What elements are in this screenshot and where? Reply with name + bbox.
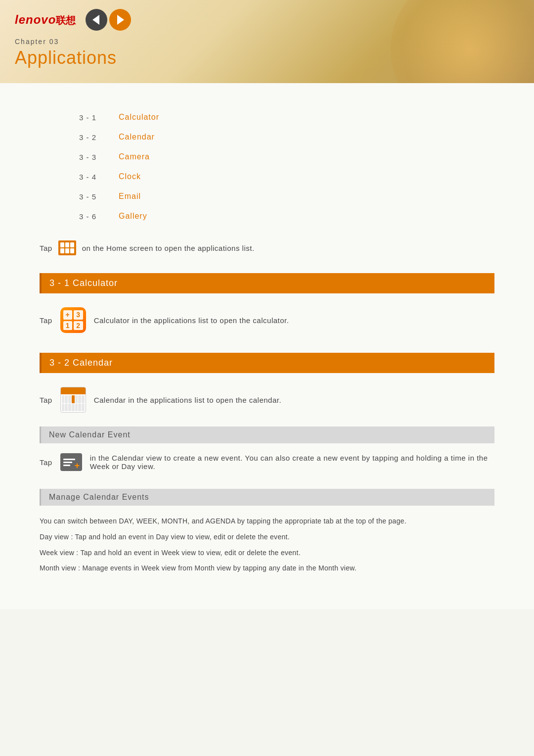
page-header: lenovo联想 Chapter 03 Applications bbox=[0, 0, 534, 83]
calculator-section: 3 - 1 Calculator Tap + 3 1 2 Calculator … bbox=[40, 273, 494, 333]
grid-cell bbox=[65, 242, 69, 247]
calendar-section-header: 3 - 2 Calendar bbox=[40, 353, 494, 373]
apps-grid-icon bbox=[58, 240, 76, 255]
toc-number: 3 - 2 bbox=[79, 133, 119, 142]
toc-number: 3 - 5 bbox=[79, 192, 119, 201]
main-content: 3 - 1 Calculator 3 - 2 Calendar 3 - 3 Ca… bbox=[0, 83, 534, 609]
toc-link-camera[interactable]: Camera bbox=[119, 152, 150, 161]
grid-cell bbox=[70, 248, 74, 253]
list-item: 3 - 2 Calendar bbox=[79, 133, 494, 142]
grid-cell bbox=[65, 248, 69, 253]
calendar-description: Calendar in the applications list to ope… bbox=[94, 396, 281, 404]
list-item: 3 - 6 Gallery bbox=[79, 212, 494, 221]
tap-label: Tap bbox=[40, 316, 52, 325]
menu-lines-icon bbox=[63, 459, 75, 466]
grid-cell bbox=[70, 242, 74, 247]
calculator-tap-row: Tap + 3 1 2 Calculator in the applicatio… bbox=[40, 307, 494, 333]
calendar-tap-row: Tap bbox=[40, 387, 494, 413]
new-calendar-event-header: New Calendar Event bbox=[40, 426, 494, 443]
calendar-section: 3 - 2 Calendar Tap bbox=[40, 353, 494, 574]
toc-number: 3 - 6 bbox=[79, 212, 119, 221]
nav-next-button[interactable] bbox=[109, 9, 131, 31]
nav-buttons bbox=[86, 9, 131, 31]
tap-suffix: on the Home screen to open the applicati… bbox=[82, 244, 255, 252]
calculator-app-icon: + 3 1 2 bbox=[60, 307, 86, 333]
grid-cell bbox=[60, 242, 64, 247]
new-event-description: in the Calendar view to create a new eve… bbox=[90, 454, 494, 471]
next-arrow-icon bbox=[117, 15, 124, 25]
tap-label: Tap bbox=[40, 458, 52, 467]
calendar-icon-body bbox=[61, 394, 86, 412]
manage-events-block: Manage Calendar Events You can switch be… bbox=[40, 489, 494, 574]
tap-prefix: Tap bbox=[40, 244, 52, 252]
calculator-section-content: Tap + 3 1 2 Calculator in the applicatio… bbox=[40, 307, 494, 333]
toc-link-gallery[interactable]: Gallery bbox=[119, 212, 147, 221]
calendar-icon-header bbox=[61, 387, 86, 394]
manage-calendar-events-header: Manage Calendar Events bbox=[40, 489, 494, 506]
add-event-icon: + bbox=[60, 453, 82, 471]
tap-home-instruction: Tap on the Home screen to open the appli… bbox=[40, 240, 494, 255]
grid-cell bbox=[60, 248, 64, 253]
lenovo-logo: lenovo联想 bbox=[15, 13, 76, 27]
toc-link-email[interactable]: Email bbox=[119, 192, 141, 201]
calendar-section-content: Tap bbox=[40, 387, 494, 574]
manage-events-para-1: You can switch between DAY, WEEK, MONTH,… bbox=[40, 516, 494, 527]
list-item: 3 - 5 Email bbox=[79, 192, 494, 201]
manage-events-para-3: Week view : Tap and hold an event in Wee… bbox=[40, 547, 494, 559]
new-event-tap-row: Tap + in the Calendar view to create a n… bbox=[40, 453, 494, 471]
list-item: 3 - 3 Camera bbox=[79, 152, 494, 161]
manage-events-para-2: Day view : Tap and hold an event in Day … bbox=[40, 531, 494, 543]
toc-number: 3 - 4 bbox=[79, 173, 119, 181]
plus-icon: + bbox=[75, 461, 80, 470]
manage-events-para-4: Month view : Manage events in Week view … bbox=[40, 563, 494, 574]
toc-number: 3 - 3 bbox=[79, 153, 119, 161]
toc-link-calendar[interactable]: Calendar bbox=[119, 133, 155, 142]
toc-number: 3 - 1 bbox=[79, 113, 119, 122]
calculator-description: Calculator in the applications list to o… bbox=[94, 316, 289, 325]
list-item: 3 - 1 Calculator bbox=[79, 113, 494, 122]
prev-arrow-icon bbox=[92, 15, 99, 25]
calendar-app-icon bbox=[60, 387, 86, 413]
table-of-contents: 3 - 1 Calculator 3 - 2 Calendar 3 - 3 Ca… bbox=[79, 113, 494, 221]
header-bg-decoration bbox=[391, 0, 534, 83]
tap-label: Tap bbox=[40, 396, 52, 404]
toc-link-clock[interactable]: Clock bbox=[119, 172, 141, 181]
calculator-section-header: 3 - 1 Calculator bbox=[40, 273, 494, 293]
list-item: 3 - 4 Clock bbox=[79, 172, 494, 181]
toc-link-calculator[interactable]: Calculator bbox=[119, 113, 159, 122]
nav-prev-button[interactable] bbox=[86, 9, 107, 31]
